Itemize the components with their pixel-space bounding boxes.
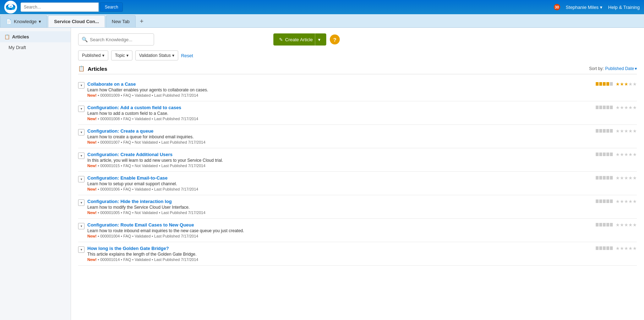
star-2: ★ xyxy=(624,81,628,87)
article-expand-1[interactable]: ▾ xyxy=(78,106,84,112)
article-content-7: How long is the Golden Gate Bridge? This… xyxy=(87,246,580,262)
knowledge-search-input[interactable] xyxy=(78,33,154,46)
article-title-5[interactable]: Configuration: Hide the interaction log xyxy=(87,199,172,204)
rating-bar-2 xyxy=(603,82,606,86)
article-item: ▾ Configuration: Create Additional Users… xyxy=(78,148,637,172)
articles-title-label: Articles xyxy=(88,66,107,72)
article-item: ▾ Configuration: Hide the interaction lo… xyxy=(78,195,637,219)
published-filter[interactable]: Published ▾ xyxy=(78,50,108,60)
article-new-badge-5: New! xyxy=(87,210,97,215)
knowledge-search-wrapper: 🔍 xyxy=(78,33,270,46)
article-title-1[interactable]: Configuration: Add a custom field to cas… xyxy=(87,105,181,110)
notification-badge[interactable]: 30 xyxy=(554,4,560,10)
article-item: ▾ Configuration: Enable Email-to-Case Le… xyxy=(78,172,637,195)
article-id-7: • 000001014 • FAQ • Validated • Last Pub… xyxy=(98,257,198,262)
salesforce-logo[interactable]: sf xyxy=(4,1,17,14)
article-title-4[interactable]: Configuration: Enable Email-to-Case xyxy=(87,175,168,181)
add-tab-button[interactable]: + xyxy=(136,15,147,27)
article-expand-5[interactable]: ▾ xyxy=(78,199,84,206)
create-article-dropdown[interactable]: ▾ xyxy=(315,33,321,46)
article-new-badge-3: New! xyxy=(87,164,97,168)
article-stars-7: ★★★★★ xyxy=(616,246,637,251)
article-meta-6: New! • 000001004 • FAQ • Validated • Las… xyxy=(87,234,580,238)
star-2: ★ xyxy=(624,175,628,181)
sort-by-value[interactable]: Published Date ▾ xyxy=(605,66,637,71)
star-4: ★ xyxy=(633,105,637,110)
help-training-link[interactable]: Help & Training xyxy=(608,5,640,10)
article-stars-3: ★★★★★ xyxy=(616,152,637,157)
star-3: ★ xyxy=(628,128,633,134)
article-meta-3: New! • 000001015 • FAQ • Not Validated •… xyxy=(87,164,580,168)
filter-row: Published ▾ Topic ▾ Validation Status ▾ … xyxy=(78,50,637,60)
article-stars-5: ★★★★★ xyxy=(616,199,637,204)
sidebar-item-my-draft[interactable]: My Draft xyxy=(0,42,71,53)
rating-bar-1 xyxy=(599,82,602,86)
article-left-6: ▾ Configuration: Route Email Cases to Ne… xyxy=(78,222,580,238)
article-desc-7: This article explains the length of the … xyxy=(87,252,580,257)
star-4: ★ xyxy=(633,128,637,134)
create-article-button[interactable]: ✎ Create Article ▾ xyxy=(273,33,326,46)
star-1: ★ xyxy=(620,175,624,181)
article-expand-4[interactable]: ▾ xyxy=(78,176,84,182)
tab-knowledge-dropdown[interactable]: ▾ xyxy=(39,19,41,24)
tab-knowledge-label: Knowledge xyxy=(14,19,37,24)
article-desc-6: Learn how to route inbound email inquiri… xyxy=(87,228,580,233)
article-item: ▾ Configuration: Add a custom field to c… xyxy=(78,101,637,125)
article-expand-2[interactable]: ▾ xyxy=(78,129,84,135)
article-right-7: ★★★★★ xyxy=(584,246,637,251)
tab-knowledge[interactable]: 📄 Knowledge ▾ xyxy=(0,15,47,27)
article-title-2[interactable]: Configuration: Create a queue xyxy=(87,128,153,134)
article-title-6[interactable]: Configuration: Route Email Cases to New … xyxy=(87,222,194,228)
rating-bar-1 xyxy=(599,106,602,109)
rating-bar-2 xyxy=(603,199,606,203)
article-title-3[interactable]: Configuration: Create Additional Users xyxy=(87,152,173,157)
article-id-2: • 000001007 • FAQ • Not Validated • Last… xyxy=(98,140,205,144)
article-id-4: • 000001006 • FAQ • Validated • Last Pub… xyxy=(98,187,198,191)
article-right-1: ★★★★★ xyxy=(584,105,637,110)
article-title-0[interactable]: Collaborate on a Case xyxy=(87,81,136,87)
article-expand-3[interactable]: ▾ xyxy=(78,153,84,159)
rating-bar-4 xyxy=(610,223,613,226)
article-expand-6[interactable]: ▾ xyxy=(78,223,84,229)
topic-filter[interactable]: Topic ▾ xyxy=(111,50,132,60)
rating-bar-0 xyxy=(596,129,599,133)
article-expand-7[interactable]: ▾ xyxy=(78,246,84,253)
article-right-0: ★★★★★ xyxy=(584,81,637,87)
help-circle-button[interactable]: ? xyxy=(330,34,340,44)
star-0: ★ xyxy=(616,105,620,110)
rating-bar-4 xyxy=(610,153,613,156)
star-3: ★ xyxy=(628,246,633,251)
article-desc-4: Learn how to setup your email support ch… xyxy=(87,181,580,186)
top-navigation: sf Search 30 Stephanie Miles ▾ Help & Tr… xyxy=(0,0,644,14)
articles-title-icon: 📋 xyxy=(78,65,85,72)
rating-bar-3 xyxy=(606,129,609,133)
article-left-3: ▾ Configuration: Create Additional Users… xyxy=(78,152,580,168)
user-menu[interactable]: Stephanie Miles ▾ xyxy=(566,5,603,10)
rating-bar-3 xyxy=(606,246,609,250)
article-id-6: • 000001004 • FAQ • Validated • Last Pub… xyxy=(98,234,198,238)
star-0: ★ xyxy=(616,199,620,204)
rating-bar-0 xyxy=(596,246,599,250)
tab-service-cloud[interactable]: Service Cloud Con... xyxy=(48,15,105,27)
article-title-7[interactable]: How long is the Golden Gate Bridge? xyxy=(87,246,169,251)
rating-bar-0 xyxy=(596,223,599,226)
global-search-button[interactable]: Search xyxy=(100,2,123,12)
star-2: ★ xyxy=(624,105,628,110)
star-0: ★ xyxy=(616,246,620,251)
star-3: ★ xyxy=(628,152,633,157)
global-search-input[interactable] xyxy=(21,2,99,12)
article-left-7: ▾ How long is the Golden Gate Bridge? Th… xyxy=(78,246,580,262)
article-expand-0[interactable]: ▾ xyxy=(78,82,84,89)
article-meta-5: New! • 000001005 • FAQ • Not Validated •… xyxy=(87,210,580,215)
article-new-badge-1: New! xyxy=(87,117,97,121)
star-1: ★ xyxy=(620,222,624,228)
article-content-5: Configuration: Hide the interaction log … xyxy=(87,199,580,215)
star-1: ★ xyxy=(620,105,624,110)
star-0: ★ xyxy=(616,128,620,134)
validation-status-filter[interactable]: Validation Status ▾ xyxy=(135,50,178,60)
reset-filters-link[interactable]: Reset xyxy=(181,53,193,58)
tab-new-tab[interactable]: New Tab xyxy=(106,15,136,27)
rating-bar-1 xyxy=(599,153,602,156)
article-meta-2: New! • 000001007 • FAQ • Not Validated •… xyxy=(87,140,580,144)
star-2: ★ xyxy=(624,128,628,134)
